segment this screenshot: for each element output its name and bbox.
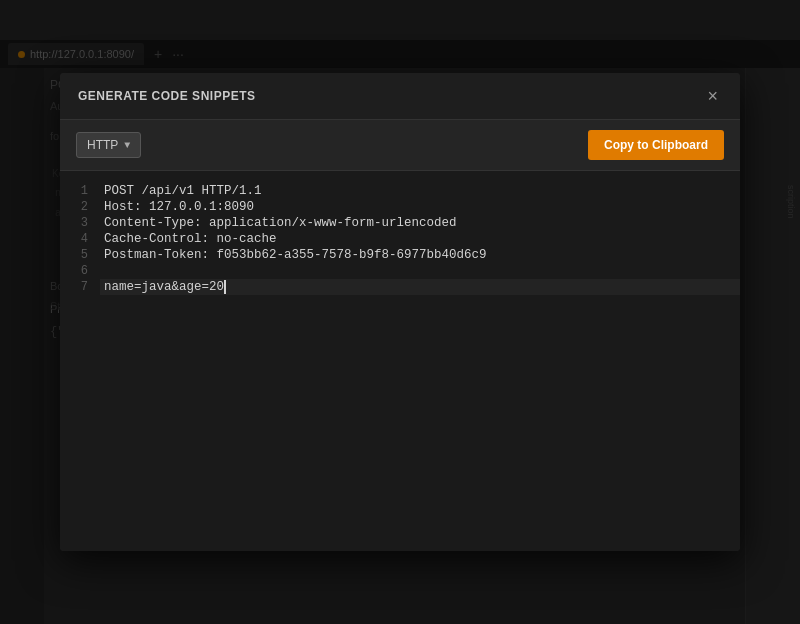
line-number-7: 7 [60, 279, 100, 295]
line-number-6: 6 [60, 263, 100, 279]
line-number-5: 5 [60, 247, 100, 263]
language-label: HTTP [87, 138, 118, 152]
line-number-2: 2 [60, 199, 100, 215]
text-cursor [224, 280, 226, 294]
modal-title: GENERATE CODE SNIPPETS [78, 89, 255, 103]
modal-close-button[interactable]: × [703, 87, 722, 105]
line-number-4: 4 [60, 231, 100, 247]
line-content-3: Content-Type: application/x-www-form-url… [100, 215, 740, 231]
line-content-4: Cache-Control: no-cache [100, 231, 740, 247]
language-dropdown[interactable]: HTTP ▼ [76, 132, 141, 158]
line-content-7: name=java&age=20 [100, 279, 740, 295]
line-content-5: Postman-Token: f053bb62-a355-7578-b9f8-6… [100, 247, 740, 263]
copy-to-clipboard-button[interactable]: Copy to Clipboard [588, 130, 724, 160]
code-area: 1 POST /api/v1 HTTP/1.1 2 Host: 127.0.0.… [60, 171, 740, 551]
modal-header: GENERATE CODE SNIPPETS × [60, 73, 740, 120]
code-line-3: 3 Content-Type: application/x-www-form-u… [60, 215, 740, 231]
line-content-2: Host: 127.0.0.1:8090 [100, 199, 740, 215]
code-line-6: 6 [60, 263, 740, 279]
code-line-2: 2 Host: 127.0.0.1:8090 [60, 199, 740, 215]
generate-code-snippets-modal: GENERATE CODE SNIPPETS × HTTP ▼ Copy to … [60, 73, 740, 551]
modal-toolbar: HTTP ▼ Copy to Clipboard [60, 120, 740, 171]
code-line-4: 4 Cache-Control: no-cache [60, 231, 740, 247]
line-number-1: 1 [60, 183, 100, 199]
line-number-3: 3 [60, 215, 100, 231]
code-line-5: 5 Postman-Token: f053bb62-a355-7578-b9f8… [60, 247, 740, 263]
line-content-6 [100, 263, 740, 279]
code-line-1: 1 POST /api/v1 HTTP/1.1 [60, 183, 740, 199]
code-line-7: 7 name=java&age=20 [60, 279, 740, 295]
chevron-down-icon: ▼ [124, 140, 130, 151]
line-content-1: POST /api/v1 HTTP/1.1 [100, 183, 740, 199]
code-lines-container: 1 POST /api/v1 HTTP/1.1 2 Host: 127.0.0.… [60, 183, 740, 295]
